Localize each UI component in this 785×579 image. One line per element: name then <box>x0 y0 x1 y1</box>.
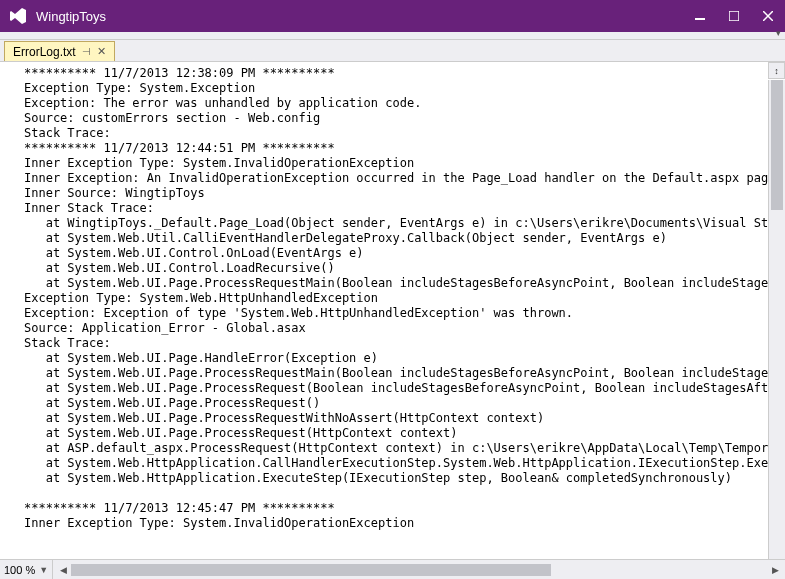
vs-logo-icon <box>8 6 28 26</box>
tab-close-icon[interactable]: ✕ <box>97 45 106 58</box>
vertical-scrollbar[interactable] <box>768 80 785 559</box>
editor-area: ↕ ********** 11/7/2013 12:38:09 PM *****… <box>0 62 785 559</box>
document-tab[interactable]: ErrorLog.txt ⊣ ✕ <box>4 41 115 61</box>
horizontal-scrollbar-thumb[interactable] <box>71 564 551 576</box>
text-editor[interactable]: ********** 11/7/2013 12:38:09 PM *******… <box>0 62 768 559</box>
status-bar: 100 % ▼ ◀ ▶ <box>0 559 785 579</box>
toolbar-dropdown-icon[interactable]: ▾ <box>776 28 781 38</box>
svg-rect-0 <box>695 18 705 20</box>
toolbar-strip: ▾ <box>0 32 785 40</box>
scroll-left-arrow-icon[interactable]: ◀ <box>55 562 71 578</box>
scroll-sync-icon[interactable]: ↕ <box>768 62 785 79</box>
svg-rect-1 <box>729 11 739 21</box>
title-bar: WingtipToys <box>0 0 785 32</box>
minimize-button[interactable] <box>683 3 717 29</box>
horizontal-scrollbar[interactable]: ◀ ▶ <box>55 562 783 578</box>
zoom-control[interactable]: 100 % ▼ <box>0 560 53 579</box>
vertical-scrollbar-thumb[interactable] <box>771 80 783 210</box>
tab-label: ErrorLog.txt <box>13 45 76 59</box>
close-button[interactable] <box>751 3 785 29</box>
window-title: WingtipToys <box>36 9 683 24</box>
maximize-button[interactable] <box>717 3 751 29</box>
scroll-right-arrow-icon[interactable]: ▶ <box>767 562 783 578</box>
document-tab-strip: ErrorLog.txt ⊣ ✕ <box>0 40 785 62</box>
chevron-down-icon: ▼ <box>39 565 48 575</box>
pin-icon[interactable]: ⊣ <box>82 46 91 57</box>
zoom-value: 100 % <box>4 564 35 576</box>
